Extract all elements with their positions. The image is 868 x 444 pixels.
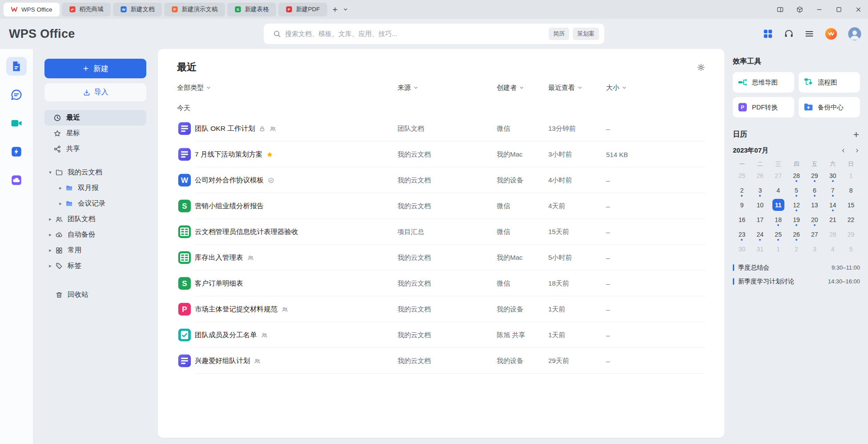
calendar-day[interactable]: 1 xyxy=(769,242,788,256)
calendar-day[interactable]: 28 xyxy=(788,168,806,183)
search-tag-0[interactable]: 简历 xyxy=(549,28,569,40)
calendar-day[interactable]: 4 xyxy=(769,183,788,198)
package-button[interactable] xyxy=(790,0,809,19)
calendar-day[interactable]: 13 xyxy=(805,198,824,212)
calendar-day[interactable]: 21 xyxy=(824,212,842,227)
calendar-day[interactable]: 26 xyxy=(751,168,769,183)
column-filter-1[interactable]: 创建者 xyxy=(497,84,548,92)
calendar-day[interactable]: 29 xyxy=(805,168,824,183)
calendar-day[interactable]: 3 xyxy=(805,242,824,256)
window-tab-new-spreadsheet[interactable]: S新建表格 xyxy=(227,3,276,16)
calendar-day[interactable]: 8 xyxy=(842,183,860,198)
window-tab-new-presentation[interactable]: P新建演示文稿 xyxy=(164,3,225,16)
split-view-button[interactable] xyxy=(770,0,790,19)
add-event-button[interactable] xyxy=(852,131,860,138)
type-filter[interactable]: 全部类型 xyxy=(177,84,398,92)
rail-item-docs-home[interactable] xyxy=(6,57,27,76)
calendar-day[interactable]: 11 xyxy=(769,198,788,212)
caret-right-icon[interactable]: ▸ xyxy=(47,247,54,253)
column-filter-0[interactable]: 来源 xyxy=(398,84,497,92)
calendar-day[interactable]: 27 xyxy=(805,227,824,242)
calendar-event[interactable]: 新季度学习计划讨论14:30–16:00 xyxy=(733,274,860,288)
calendar-day[interactable]: 24 xyxy=(751,227,769,242)
sidebar-item-my-cloud-docs[interactable]: ▾我的云文档 xyxy=(44,165,146,180)
sidebar-item-team-docs[interactable]: ▸团队文档 xyxy=(44,211,146,227)
file-row[interactable]: 兴趣爱好组队计划我的云文档我的设备29天前– xyxy=(177,348,705,374)
calendar-day[interactable]: 30 xyxy=(733,242,751,256)
caret-right-icon[interactable]: ▸ xyxy=(47,232,54,238)
file-row[interactable]: S营销小组业绩分析报告我的云文档微信4天前– xyxy=(177,193,705,219)
rail-item-meeting[interactable] xyxy=(6,114,27,133)
calendar-day[interactable]: 12 xyxy=(788,198,806,212)
calendar-day[interactable]: 6 xyxy=(805,183,824,198)
calendar-day[interactable]: 18 xyxy=(769,212,788,227)
window-tab-docer-mall[interactable]: 稻壳商城 xyxy=(62,3,111,16)
import-button[interactable]: 导入 xyxy=(44,83,146,101)
user-avatar[interactable] xyxy=(848,27,862,41)
window-tab-new-pdf[interactable]: P新建PDF xyxy=(278,3,327,16)
caret-right-icon[interactable]: ▸ xyxy=(47,263,54,269)
tab-list-dropdown[interactable] xyxy=(343,7,348,12)
close-button[interactable] xyxy=(848,0,868,19)
file-row[interactable]: P市场主体登记提交材料规范我的云文档我的设备1天前– xyxy=(177,296,705,322)
calendar-day[interactable]: 14 xyxy=(824,198,842,212)
rail-item-tasks[interactable] xyxy=(6,142,27,161)
calendar-day[interactable]: 31 xyxy=(751,242,769,256)
sidebar-item-meeting-notes[interactable]: ▸会议记录 xyxy=(44,196,146,211)
window-tab-new-writer[interactable]: W新建文档 xyxy=(113,3,162,16)
caret-right-icon[interactable]: ▸ xyxy=(57,201,64,206)
settings-gear-icon[interactable] xyxy=(697,63,705,72)
column-filter-3[interactable]: 大小 xyxy=(606,84,705,92)
new-document-button[interactable]: 新建 xyxy=(44,59,146,78)
calendar-day[interactable]: 29 xyxy=(842,227,860,242)
calendar-day[interactable]: 16 xyxy=(733,212,751,227)
caret-right-icon[interactable]: ▸ xyxy=(47,216,54,222)
file-row[interactable]: 团队 OKR 工作计划团队文档微信13分钟前– xyxy=(177,116,705,141)
search-tag-1[interactable]: 策划案 xyxy=(573,28,599,40)
caret-down-icon[interactable]: ▾ xyxy=(47,170,54,175)
global-search-box[interactable]: 搜索文档、模板、文库、应用、技巧... 简历策划案 xyxy=(264,24,604,44)
sidebar-item-tags[interactable]: ▸标签 xyxy=(44,258,146,274)
sidebar-item-shared[interactable]: 共享 xyxy=(44,141,146,157)
file-row[interactable]: S客户订单明细表我的云文档微信18天前– xyxy=(177,270,705,296)
sidebar-item-trash[interactable]: 回收站 xyxy=(44,287,146,303)
file-row[interactable]: 库存出入管理表我的云文档我的Mac5小时前– xyxy=(177,245,705,270)
calendar-day[interactable]: 3 xyxy=(751,183,769,198)
prev-month-button[interactable] xyxy=(840,148,846,153)
calendar-day[interactable]: 2 xyxy=(733,183,751,198)
calendar-day[interactable]: 28 xyxy=(824,227,842,242)
window-tab-wps-office[interactable]: WPS Office xyxy=(4,3,60,16)
calendar-day[interactable]: 1 xyxy=(842,168,860,183)
calendar-day[interactable]: 25 xyxy=(733,168,751,183)
column-filter-2[interactable]: 最近查看 xyxy=(548,84,606,92)
calendar-day[interactable]: 4 xyxy=(824,242,842,256)
sidebar-item-auto-backup[interactable]: ▸自动备份 xyxy=(44,227,146,242)
tool-flowchart[interactable]: 流程图 xyxy=(799,72,860,93)
headset-icon[interactable] xyxy=(784,28,794,39)
menu-icon[interactable] xyxy=(804,28,815,39)
calendar-day[interactable]: 25 xyxy=(769,227,788,242)
calendar-day[interactable]: 2 xyxy=(788,242,806,256)
sidebar-item-starred[interactable]: 星标 xyxy=(44,125,146,141)
minimize-button[interactable] xyxy=(809,0,829,19)
sidebar-item-recent[interactable]: 最近 xyxy=(44,110,146,125)
sidebar-item-frequent[interactable]: ▸常用 xyxy=(44,242,146,258)
rail-item-chat[interactable] xyxy=(6,85,27,104)
calendar-day[interactable]: 26 xyxy=(788,227,806,242)
calendar-event[interactable]: 季度总结会9:30–11:00 xyxy=(733,261,860,274)
maximize-button[interactable] xyxy=(829,0,848,19)
apps-grid-icon[interactable] xyxy=(762,28,774,40)
file-row[interactable]: W公司对外合作协议模板我的云文档我的设备4小时前– xyxy=(177,167,705,193)
tool-backup-center[interactable]: 备份中心 xyxy=(799,97,860,117)
tool-mindmap[interactable]: 思维导图 xyxy=(733,72,794,93)
calendar-day[interactable]: 27 xyxy=(769,168,788,183)
file-row[interactable]: 7 月线下活动策划方案我的云文档我的Mac3小时前514 KB xyxy=(177,141,705,167)
rail-item-apps-cloud[interactable] xyxy=(6,171,27,190)
new-tab-button[interactable] xyxy=(332,6,338,13)
calendar-day[interactable]: 19 xyxy=(788,212,806,227)
sidebar-item-bimonthly-report[interactable]: ▸双月报 xyxy=(44,180,146,196)
calendar-day[interactable]: 30 xyxy=(824,168,842,183)
member-badge-icon[interactable] xyxy=(824,27,838,40)
next-month-button[interactable] xyxy=(854,148,860,153)
calendar-day[interactable]: 15 xyxy=(842,198,860,212)
